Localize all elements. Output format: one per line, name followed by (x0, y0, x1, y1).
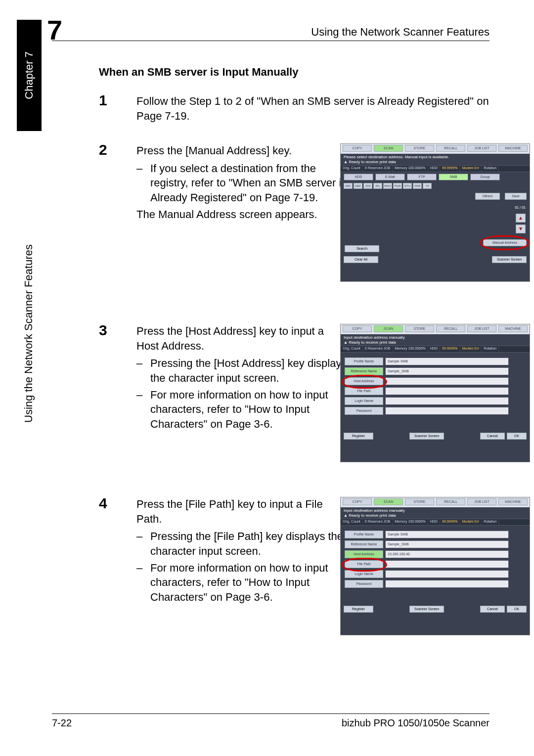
screenshot-host-address: COPY SCAN STORE RECALL JOB LIST MACHINE … (340, 324, 530, 462)
cancel-button[interactable]: Cancel (480, 606, 505, 613)
tab-joblist[interactable]: JOB LIST (467, 145, 496, 152)
letter-key[interactable]: PQR (393, 183, 402, 189)
dest-tab-email[interactable]: E-Mail (375, 174, 405, 180)
arrow-up-icon[interactable]: ▲ (516, 214, 526, 222)
letter-key[interactable]: DEF (354, 183, 362, 189)
reference-name-button[interactable]: Reference Name (345, 367, 383, 375)
step-number: 4 (99, 495, 107, 512)
step-bullet: For more information on how to input cha… (136, 561, 349, 605)
step-1: 1 Follow the Step 1 to 2 of "When an SMB… (99, 94, 490, 126)
letter-row: ABC DEF GHI JKL MNO PQR STU VWX YZ (341, 182, 530, 191)
reference-name-value: Sample_SMB (385, 540, 509, 548)
tab-recall[interactable]: RECALL (436, 498, 465, 505)
tab-joblist[interactable]: JOB LIST (467, 498, 496, 505)
status-bar: Orig. Count0 Reserved JOBMemory 100.0000… (341, 346, 530, 353)
side-section-label: Using the Network Scanner Features (22, 244, 35, 423)
tab-recall[interactable]: RECALL (436, 325, 465, 332)
letter-key[interactable]: STU (403, 183, 412, 189)
ok-button[interactable]: OK (507, 433, 527, 440)
highlight-ring (480, 235, 530, 250)
login-name-value (385, 570, 509, 578)
chapter-tab: Chapter 7 (17, 20, 42, 131)
profile-name-button[interactable]: Profile Name (345, 531, 383, 538)
dest-tab-smb[interactable]: SMB (439, 174, 468, 180)
tab-copy[interactable]: COPY (343, 145, 372, 152)
tab-machine[interactable]: MACHINE (498, 145, 528, 152)
tab-copy[interactable]: COPY (343, 325, 372, 332)
register-button[interactable]: Register (344, 433, 373, 440)
step-number: 1 (99, 92, 107, 109)
scanner-screen-button[interactable]: Scanner Screen (492, 256, 527, 263)
password-button[interactable]: Password (345, 407, 383, 415)
chapter-number: 7 (47, 14, 62, 46)
tab-store[interactable]: STORE (405, 145, 434, 152)
tab-joblist[interactable]: JOB LIST (467, 325, 496, 332)
letter-key[interactable]: JKL (373, 183, 382, 189)
footer-model: bizhub PRO 1050/1050e Scanner (342, 717, 490, 729)
letter-key[interactable]: MNO (383, 183, 392, 189)
file-path-value (385, 387, 509, 395)
letter-key[interactable]: GHI (363, 183, 372, 189)
status-bar: Orig. Count0 Reserved JOBMemory 100.0000… (341, 519, 530, 526)
screen-ready: ▲ Ready to receive print data (341, 341, 530, 346)
section-heading: When an SMB server is Input Manually (99, 66, 298, 79)
cancel-button[interactable]: Cancel (480, 433, 505, 440)
host-address-value (385, 377, 509, 385)
scanner-screen-button[interactable]: Scanner Screen (409, 433, 444, 440)
profile-name-button[interactable]: Profile Name (345, 357, 383, 365)
step-bullet: For more information on how to input cha… (136, 388, 349, 432)
page-number: 7-22 (52, 717, 72, 729)
tab-scan[interactable]: SCAN (374, 145, 403, 152)
ok-button[interactable]: OK (507, 606, 527, 613)
screenshot-manual-address: COPY SCAN STORE RECALL JOB LIST MACHINE … (340, 143, 530, 282)
step-bullet: If you select a destination from the reg… (136, 161, 349, 205)
letter-key[interactable]: YZ (423, 183, 432, 189)
dest-tab-ftp[interactable]: FTP (407, 174, 437, 180)
profile-name-value: Sample SMB (385, 531, 509, 538)
rule (52, 41, 490, 41)
highlight-ring (342, 375, 387, 389)
screen-ready: ▲ Ready to receive print data (341, 514, 530, 519)
step-text: The Manual Address screen appears. (136, 207, 349, 222)
screen-ready: ▲ Ready to receive print data (341, 160, 530, 165)
step-bullet: Pressing the [Host Address] key displays… (136, 356, 349, 385)
screenshot-file-path: COPY SCAN STORE RECALL JOB LIST MACHINE … (340, 497, 530, 635)
step-text: Press the [File Path] key to input a Fil… (136, 497, 349, 526)
clear-all-button[interactable]: Clear All (344, 256, 378, 263)
step-number: 3 (99, 322, 107, 339)
highlight-ring (342, 558, 387, 572)
tab-scan[interactable]: SCAN (374, 325, 403, 332)
reference-name-value: Sample_SMB (385, 367, 509, 375)
login-name-button[interactable]: Login Name (345, 397, 383, 405)
step-bullet: Pressing the [File Path] key displays th… (136, 529, 349, 558)
letter-key[interactable]: ABC (344, 183, 353, 189)
tab-store[interactable]: STORE (405, 325, 434, 332)
search-button[interactable]: Search (345, 245, 379, 252)
tab-scan[interactable]: SCAN (374, 498, 403, 505)
status-bar: Orig. Count0 Reserved JOBMemory 100.0000… (341, 165, 530, 172)
password-value (385, 580, 509, 588)
save-button[interactable]: Save (505, 193, 527, 200)
dest-tab-hdd[interactable]: HDD (344, 174, 373, 180)
host-address-value: 10.200.100.40 (385, 550, 509, 558)
page-indicator: 01 / 01 (515, 206, 526, 209)
register-button[interactable]: Register (344, 606, 373, 613)
host-address-button[interactable]: Host Address (345, 550, 383, 558)
password-button[interactable]: Password (345, 580, 383, 588)
password-value (385, 407, 509, 415)
tab-machine[interactable]: MACHINE (498, 498, 528, 505)
scanner-screen-button[interactable]: Scanner Screen (409, 606, 444, 613)
tab-machine[interactable]: MACHINE (498, 325, 528, 332)
login-name-value (385, 397, 509, 405)
tab-copy[interactable]: COPY (343, 498, 372, 505)
dest-tab-group[interactable]: Group (470, 174, 500, 180)
reference-name-button[interactable]: Reference Name (345, 540, 383, 548)
page: Chapter 7 Using the Network Scanner Feat… (0, 0, 534, 756)
others-button[interactable]: Others (475, 193, 500, 200)
step-text: Press the [Manual Address] key. (136, 143, 349, 158)
letter-key[interactable]: VWX (413, 183, 422, 189)
tab-store[interactable]: STORE (405, 498, 434, 505)
arrow-down-icon[interactable]: ▼ (516, 224, 526, 233)
file-path-value (385, 560, 509, 568)
tab-recall[interactable]: RECALL (436, 145, 465, 152)
